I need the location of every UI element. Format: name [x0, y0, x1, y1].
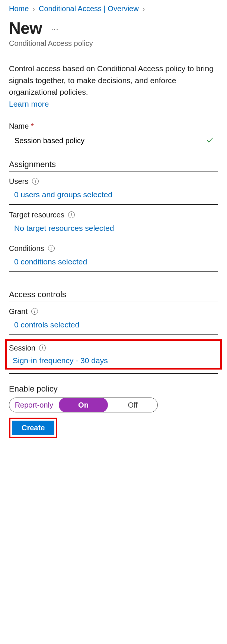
breadcrumb: Home › Conditional Access | Overview › — [9, 4, 218, 13]
name-input[interactable] — [14, 136, 201, 145]
target-resources-label: Target resources — [9, 211, 64, 219]
toggle-report-only[interactable]: Report-only — [9, 398, 59, 412]
conditions-label: Conditions — [9, 244, 44, 253]
policy-description: Control access based on Conditional Acce… — [9, 63, 218, 98]
required-asterisk-icon: * — [31, 122, 34, 130]
grant-summary-link[interactable]: 0 controls selected — [9, 319, 218, 335]
breadcrumb-home[interactable]: Home — [9, 4, 29, 13]
session-label: Session — [9, 344, 35, 352]
create-button[interactable]: Create — [12, 421, 54, 435]
session-summary-link[interactable]: Sign-in frequency - 30 days — [9, 354, 217, 367]
conditions-summary-link[interactable]: 0 conditions selected — [9, 256, 218, 272]
info-icon[interactable]: i — [31, 308, 38, 315]
assignments-heading: Assignments — [9, 160, 218, 172]
info-icon[interactable]: i — [32, 178, 39, 185]
enable-policy-label: Enable policy — [9, 384, 218, 394]
more-actions-icon[interactable]: ⋯ — [51, 22, 59, 34]
learn-more-link[interactable]: Learn more — [9, 100, 49, 109]
access-controls-heading: Access controls — [9, 290, 218, 302]
chevron-right-icon: › — [143, 4, 145, 13]
info-icon[interactable]: i — [68, 211, 75, 218]
name-input-wrapper[interactable] — [9, 133, 218, 149]
users-summary-link[interactable]: 0 users and groups selected — [9, 189, 218, 205]
page-title: New — [9, 19, 42, 38]
users-label: Users — [9, 177, 28, 186]
page-subtitle: Conditional Access policy — [9, 39, 218, 48]
name-label: Name * — [9, 122, 218, 131]
info-icon[interactable]: i — [48, 245, 55, 252]
session-block-highlight: Session i Sign-in frequency - 30 days — [5, 339, 222, 370]
toggle-on[interactable]: On — [59, 398, 108, 412]
grant-label: Grant — [9, 307, 28, 316]
toggle-off[interactable]: Off — [108, 398, 157, 412]
target-resources-summary-link[interactable]: No target resources selected — [9, 222, 218, 238]
enable-policy-toggle[interactable]: Report-only On Off — [9, 398, 158, 412]
breadcrumb-overview[interactable]: Conditional Access | Overview — [39, 4, 139, 13]
chevron-right-icon: › — [32, 4, 35, 13]
create-button-highlight: Create — [9, 418, 57, 438]
valid-checkmark-icon — [206, 136, 214, 146]
info-icon[interactable]: i — [39, 345, 46, 351]
